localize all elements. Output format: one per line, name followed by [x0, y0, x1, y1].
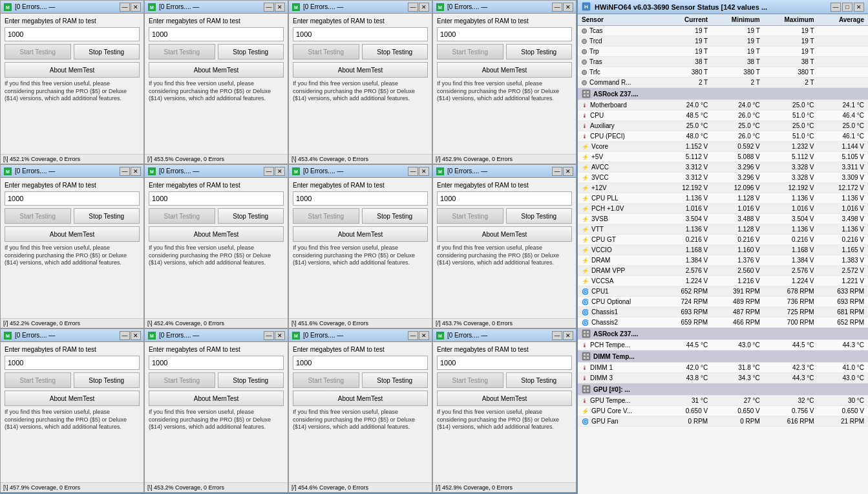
start-btn-2[interactable]: Start Testing — [149, 44, 215, 59]
about-btn-4[interactable]: About MemTest — [437, 62, 572, 78]
stop-btn-8[interactable]: Stop Testing — [506, 208, 573, 224]
window-title-6: [0 Errors.... — — [159, 167, 264, 175]
hwinfo-controls[interactable]: — □ ✕ — [831, 3, 864, 12]
ram-input-8[interactable] — [437, 191, 572, 206]
close-btn-4[interactable]: ✕ — [563, 3, 573, 12]
hwinfo-minimize-btn[interactable]: — — [831, 3, 841, 12]
stop-btn-9[interactable]: Stop Testing — [74, 372, 140, 388]
status-bar-5: [/] 452.2% Coverage, 0 Errors — [1, 318, 143, 328]
ram-input-7[interactable] — [293, 191, 428, 206]
start-btn-9[interactable]: Start Testing — [5, 372, 71, 388]
ram-input-6[interactable] — [149, 191, 284, 206]
window-controls-9[interactable]: — ✕ — [120, 331, 141, 340]
hwinfo-maximize-btn[interactable]: □ — [842, 3, 852, 12]
minimize-btn-2[interactable]: — — [264, 3, 274, 12]
window-controls-12[interactable]: — ✕ — [552, 331, 573, 340]
stop-btn-5[interactable]: Stop Testing — [74, 208, 140, 224]
stop-btn-10[interactable]: Stop Testing — [218, 372, 284, 388]
minimize-btn-7[interactable]: — — [408, 167, 418, 176]
minimize-btn-11[interactable]: — — [408, 331, 418, 340]
close-btn-3[interactable]: ✕ — [419, 3, 429, 12]
window-controls-3[interactable]: — ✕ — [408, 3, 429, 12]
ram-input-1[interactable] — [5, 27, 140, 41]
ram-input-4[interactable] — [437, 27, 572, 41]
window-controls-7[interactable]: — ✕ — [408, 167, 429, 176]
about-btn-8[interactable]: About MemTest — [437, 226, 572, 242]
stop-btn-3[interactable]: Stop Testing — [362, 44, 429, 59]
minimize-btn-9[interactable]: — — [120, 331, 130, 340]
hwinfo-close-btn[interactable]: ✕ — [854, 3, 864, 12]
ram-input-10[interactable] — [149, 356, 284, 370]
svg-text:M: M — [150, 334, 154, 338]
window-controls-5[interactable]: — ✕ — [120, 167, 141, 176]
ram-input-12[interactable] — [437, 356, 572, 370]
about-btn-7[interactable]: About MemTest — [293, 226, 428, 242]
sensor-cell: ⚡ VCCSA — [578, 276, 662, 286]
start-btn-6[interactable]: Start Testing — [149, 208, 215, 224]
stop-btn-2[interactable]: Stop Testing — [218, 44, 284, 59]
minimize-btn-4[interactable]: — — [552, 3, 562, 12]
about-btn-10[interactable]: About MemTest — [149, 391, 284, 406]
ram-input-11[interactable] — [293, 356, 428, 370]
about-btn-12[interactable]: About MemTest — [437, 391, 572, 406]
about-btn-3[interactable]: About MemTest — [293, 62, 428, 78]
minimize-btn-12[interactable]: — — [552, 331, 562, 340]
window-controls-2[interactable]: — ✕ — [264, 3, 285, 12]
start-btn-4[interactable]: Start Testing — [437, 44, 503, 59]
about-btn-6[interactable]: About MemTest — [149, 226, 284, 242]
minimize-btn-1[interactable]: — — [120, 3, 130, 12]
temp-icon: 🌡 — [582, 123, 587, 129]
minimize-btn-5[interactable]: — — [120, 167, 130, 176]
circle-icon — [582, 80, 587, 85]
window-controls-11[interactable]: — ✕ — [408, 331, 429, 340]
start-btn-11[interactable]: Start Testing — [293, 372, 359, 388]
close-btn-8[interactable]: ✕ — [563, 167, 573, 176]
window-controls-1[interactable]: — ✕ — [120, 3, 141, 12]
stop-btn-1[interactable]: Stop Testing — [74, 44, 140, 59]
start-btn-10[interactable]: Start Testing — [149, 372, 215, 388]
start-btn-7[interactable]: Start Testing — [293, 208, 359, 224]
window-controls-6[interactable]: — ✕ — [264, 167, 285, 176]
window-controls-10[interactable]: — ✕ — [264, 331, 285, 340]
start-btn-5[interactable]: Start Testing — [5, 208, 71, 224]
sensor-cell: ⚡ VCCIO — [578, 245, 662, 255]
about-btn-2[interactable]: About MemTest — [149, 62, 284, 78]
close-btn-6[interactable]: ✕ — [275, 167, 285, 176]
close-btn-2[interactable]: ✕ — [275, 3, 285, 12]
stop-btn-11[interactable]: Stop Testing — [362, 372, 429, 388]
close-btn-12[interactable]: ✕ — [563, 331, 573, 340]
minimize-btn-10[interactable]: — — [264, 331, 274, 340]
start-btn-12[interactable]: Start Testing — [437, 372, 503, 388]
ram-input-5[interactable] — [5, 191, 140, 206]
about-btn-11[interactable]: About MemTest — [293, 391, 428, 406]
close-btn-9[interactable]: ✕ — [131, 331, 141, 340]
stop-btn-6[interactable]: Stop Testing — [218, 208, 284, 224]
close-btn-1[interactable]: ✕ — [131, 3, 141, 12]
close-btn-10[interactable]: ✕ — [275, 331, 285, 340]
close-btn-11[interactable]: ✕ — [419, 331, 429, 340]
minimize-btn-3[interactable]: — — [408, 3, 418, 12]
about-btn-1[interactable]: About MemTest — [5, 62, 140, 78]
stop-btn-12[interactable]: Stop Testing — [506, 372, 573, 388]
window-controls-4[interactable]: — ✕ — [552, 3, 573, 12]
start-btn-8[interactable]: Start Testing — [437, 208, 503, 224]
minimize-btn-8[interactable]: — — [552, 167, 562, 176]
ram-input-9[interactable] — [5, 356, 140, 370]
close-btn-7[interactable]: ✕ — [419, 167, 429, 176]
table-row: ⚡ Vcore 1.152 V 0.592 V 1.232 V 1.144 V — [578, 142, 868, 152]
about-btn-9[interactable]: About MemTest — [5, 391, 140, 406]
memtest-window-4: M [0 Errors.... — — ✕ Enter megabytes of… — [432, 0, 577, 164]
ram-input-2[interactable] — [149, 27, 284, 41]
about-btn-5[interactable]: About MemTest — [5, 226, 140, 242]
stop-btn-7[interactable]: Stop Testing — [362, 208, 429, 224]
window-controls-8[interactable]: — ✕ — [552, 167, 573, 176]
table-row: 🌡 GPU Tempe... 31 °C 27 °C 32 °C 30 °C — [578, 396, 868, 406]
table-row: ⚡ GPU Core V... 0.650 V 0.650 V 0.756 V … — [578, 406, 868, 416]
memtest-window-11: M [0 Errors.... — — ✕ Enter megabytes of… — [288, 328, 432, 493]
start-btn-3[interactable]: Start Testing — [293, 44, 359, 59]
minimize-btn-6[interactable]: — — [264, 167, 274, 176]
close-btn-5[interactable]: ✕ — [131, 167, 141, 176]
start-btn-1[interactable]: Start Testing — [5, 44, 71, 59]
ram-input-3[interactable] — [293, 27, 428, 41]
stop-btn-4[interactable]: Stop Testing — [506, 44, 573, 59]
